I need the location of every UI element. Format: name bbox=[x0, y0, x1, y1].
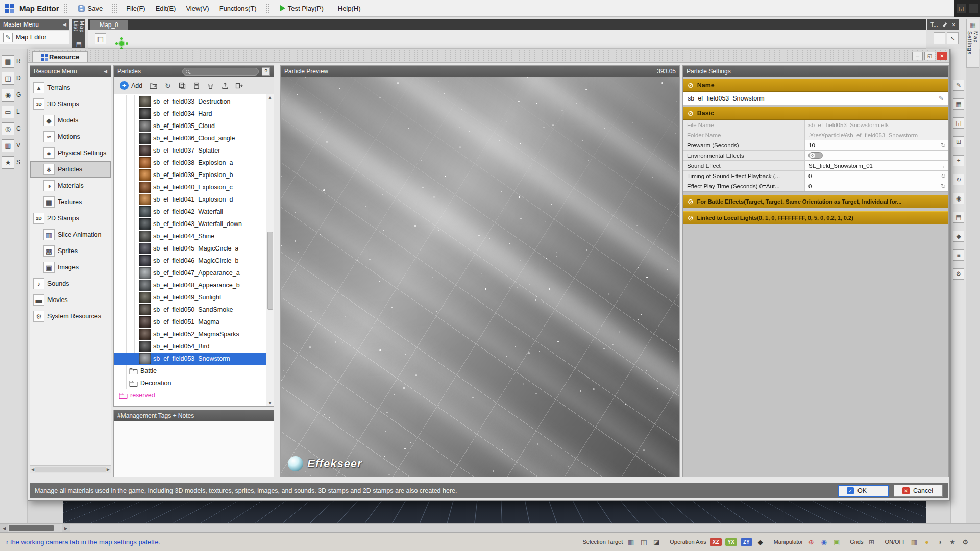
save-button[interactable]: Save bbox=[72, 3, 108, 14]
move-button[interactable] bbox=[233, 80, 246, 91]
particle-list-scrollbar[interactable]: ▲ ▼ bbox=[266, 94, 274, 406]
reset-spinner-icon[interactable]: ↻ bbox=[941, 172, 946, 180]
resource-menu-item-sprites[interactable]: ▩Sprites bbox=[30, 243, 111, 259]
open-detail-icon[interactable]: → bbox=[940, 162, 946, 169]
scroll-right-icon[interactable]: ▶ bbox=[62, 524, 70, 532]
tab-map-0[interactable]: Map_0 bbox=[90, 20, 128, 30]
reset-spinner-icon[interactable]: ↻ bbox=[941, 142, 946, 149]
window-restore-icon[interactable]: ◱ bbox=[957, 4, 966, 13]
search-input[interactable] bbox=[182, 68, 259, 76]
scroll-right-icon[interactable]: ▶ bbox=[107, 467, 110, 472]
resource-menu-item-images[interactable]: ▣Images bbox=[30, 259, 111, 276]
master-strip-sound[interactable]: ★S bbox=[2, 156, 26, 169]
scroll-left-icon[interactable]: ◀ bbox=[31, 467, 34, 472]
unlink-target-icon[interactable]: ◪ bbox=[652, 537, 661, 546]
scroll-track[interactable] bbox=[35, 467, 106, 472]
toggle-switch[interactable]: 0 bbox=[808, 152, 823, 159]
resource-menu-item-3d-stamps[interactable]: 3D3D Stamps bbox=[30, 96, 111, 112]
minimize-icon[interactable]: ─ bbox=[912, 52, 923, 60]
map-viewport[interactable] bbox=[63, 501, 926, 523]
resource-menu-item-system-resources[interactable]: ⚙System Resources bbox=[30, 308, 111, 324]
reset-spinner-icon[interactable]: ↻ bbox=[941, 183, 946, 190]
menu-functions[interactable]: Functions(T) bbox=[214, 3, 262, 14]
resource-window-tab[interactable]: Resource bbox=[32, 51, 88, 62]
menu-edit[interactable]: Edit(E) bbox=[151, 3, 181, 14]
particle-item[interactable]: sb_ef_field053_Snowstorm bbox=[114, 353, 266, 365]
resource-window-titlebar[interactable]: Resource ─ ◱ ✕ bbox=[28, 49, 949, 63]
help-button[interactable]: ? bbox=[262, 67, 270, 76]
particle-item[interactable]: sb_ef_field039_Explosion_b bbox=[114, 169, 266, 181]
particle-item[interactable]: sb_ef_field043_Waterfall_down bbox=[114, 218, 266, 230]
resource-menu-item-textures[interactable]: ▦Textures bbox=[30, 194, 111, 210]
select-area-icon[interactable]: ◱ bbox=[953, 117, 964, 129]
section-basic[interactable]: ⊘ Basic bbox=[683, 107, 948, 120]
layers-icon[interactable]: ▤ bbox=[953, 212, 964, 223]
edit-name-icon[interactable]: ✎ bbox=[939, 95, 944, 102]
master-strip-variables[interactable]: ▥V bbox=[2, 139, 26, 152]
particle-folder-decoration[interactable]: Decoration bbox=[114, 377, 266, 389]
resource-menu-item-materials[interactable]: ◑Materials bbox=[30, 178, 111, 194]
axis-free-icon[interactable]: ◆ bbox=[756, 537, 765, 546]
replace-button[interactable]: ↻ bbox=[161, 80, 174, 91]
ok-button[interactable]: ✓ OK bbox=[838, 485, 889, 497]
particle-item[interactable]: sb_ef_field054_Bird bbox=[114, 340, 266, 353]
shading-icon[interactable]: ◑ bbox=[935, 537, 944, 546]
paste-button[interactable] bbox=[190, 80, 203, 91]
particle-item[interactable]: sb_ef_field040_Explosion_c bbox=[114, 181, 266, 193]
close-panel-icon[interactable]: ✕ bbox=[952, 22, 956, 28]
map-document-icon[interactable]: ▤ bbox=[95, 33, 106, 44]
master-strip-layout[interactable]: ▭L bbox=[2, 105, 26, 118]
axis-badge-xz[interactable]: XZ bbox=[710, 538, 722, 546]
setting-value[interactable]: 10 bbox=[808, 142, 815, 148]
gear-icon[interactable]: ⚙ bbox=[961, 537, 970, 546]
scale-tool-icon[interactable]: ▣ bbox=[832, 537, 841, 546]
resource-menu-item-movies[interactable]: ▬Movies bbox=[30, 292, 111, 308]
resource-menu-item-terrains[interactable]: ▲Terrains bbox=[30, 80, 111, 96]
scroll-thumb[interactable] bbox=[9, 525, 54, 531]
scroll-down-icon[interactable]: ▼ bbox=[268, 400, 272, 405]
close-icon[interactable]: ✕ bbox=[937, 52, 947, 60]
master-strip-game[interactable]: ◉G bbox=[2, 88, 26, 102]
master-strip-resource[interactable]: ▤R bbox=[2, 55, 26, 68]
rotate-tool-icon[interactable]: ◉ bbox=[819, 537, 828, 546]
particle-folder-reserved[interactable]: reserved bbox=[114, 389, 266, 402]
preview-viewport[interactable]: Effekseer bbox=[281, 77, 679, 477]
edit-tool-icon[interactable]: ✎ bbox=[953, 80, 964, 91]
scroll-left-icon[interactable]: ◀ bbox=[0, 524, 8, 532]
collapse-resource-menu-button[interactable]: ◀ bbox=[104, 69, 107, 74]
grid-visibility-icon[interactable]: ▦ bbox=[910, 537, 919, 546]
particle-item[interactable]: sb_ef_field037_Splatter bbox=[114, 144, 266, 157]
particle-item[interactable]: sb_ef_field036_Cloud_single bbox=[114, 132, 266, 144]
light-icon[interactable]: ● bbox=[922, 537, 932, 546]
rotate-icon[interactable]: ↻ bbox=[953, 174, 964, 185]
gizmo-icon[interactable]: ◆ bbox=[953, 231, 964, 242]
particle-item[interactable]: sb_ef_field046_MagicCircle_b bbox=[114, 255, 266, 267]
name-value-row[interactable]: sb_ef_field053_Snowstorm ✎ bbox=[683, 92, 948, 105]
tile-grid-icon[interactable]: ▦ bbox=[953, 98, 964, 110]
resource-menu-item-motions[interactable]: ≈Motions bbox=[30, 129, 111, 145]
menu-view[interactable]: View(V) bbox=[181, 3, 214, 14]
grid-snap-icon[interactable]: ⊞ bbox=[867, 537, 876, 546]
setting-value[interactable]: 0 bbox=[808, 173, 812, 179]
master-menu-item-map-editor[interactable]: ✎ Map Editor bbox=[0, 31, 69, 44]
scroll-up-icon[interactable]: ▲ bbox=[268, 95, 272, 100]
particle-item[interactable]: sb_ef_field045_MagicCircle_a bbox=[114, 242, 266, 255]
cancel-button[interactable]: ✕ Cancel bbox=[894, 485, 943, 497]
particle-item[interactable]: sb_ef_field034_Hard bbox=[114, 108, 266, 120]
setting-value[interactable]: SE_field_Snowstorm_01 bbox=[808, 163, 873, 169]
selection-grid-icon[interactable]: ▦ bbox=[626, 537, 635, 546]
setting-value[interactable]: 0 bbox=[808, 183, 812, 189]
particle-item[interactable]: sb_ef_field042_Waterfall bbox=[114, 206, 266, 218]
menu-file[interactable]: File(F) bbox=[121, 3, 151, 14]
horizontal-scrollbar[interactable]: ◀ ▶ bbox=[0, 523, 980, 532]
resource-menu-item-particles[interactable]: ∗Particles bbox=[30, 161, 111, 178]
master-strip-camera[interactable]: ◎C bbox=[2, 122, 26, 135]
pin-icon[interactable] bbox=[942, 22, 948, 28]
resource-menu-item-physical-settings[interactable]: ●Physical Settings bbox=[30, 145, 111, 161]
settings-icon[interactable]: ⚙ bbox=[953, 268, 964, 280]
copy-button[interactable] bbox=[176, 80, 188, 91]
particle-item[interactable]: sb_ef_field052_MagmaSparks bbox=[114, 328, 266, 340]
particle-item[interactable]: sb_ef_field048_Appearance_b bbox=[114, 279, 266, 291]
particle-item[interactable]: sb_ef_field050_SandSmoke bbox=[114, 304, 266, 316]
window-menu-icon[interactable]: ≡ bbox=[969, 4, 978, 13]
